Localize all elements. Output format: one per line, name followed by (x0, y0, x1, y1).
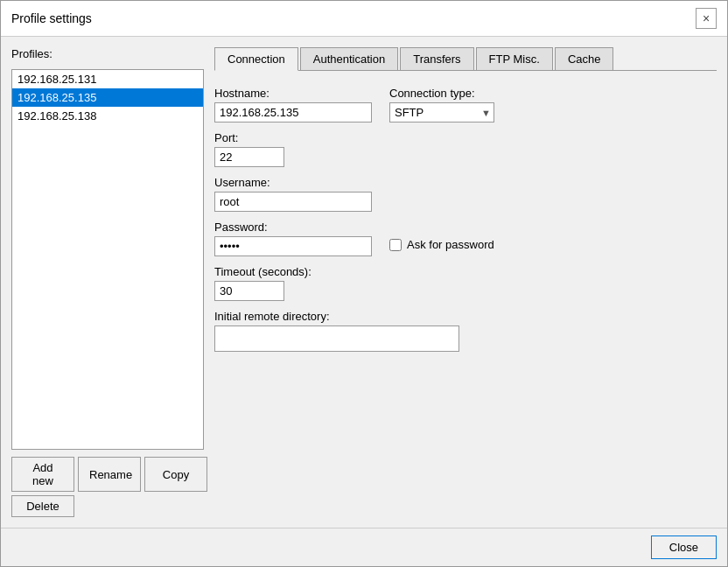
username-row: Username: (214, 176, 717, 212)
port-input[interactable] (214, 147, 284, 167)
tab-connection[interactable]: Connection (214, 47, 298, 71)
ask-password-checkbox[interactable] (389, 239, 402, 251)
remote-dir-label: Initial remote directory: (214, 310, 459, 323)
timeout-label: Timeout (seconds): (214, 265, 312, 278)
dialog-footer: Close (1, 528, 727, 566)
copy-button[interactable]: Copy (144, 457, 207, 492)
username-group: Username: (214, 176, 372, 212)
delete-button[interactable]: Delete (11, 495, 74, 517)
remote-dir-input[interactable] (214, 326, 459, 352)
hostname-group: Hostname: (214, 87, 372, 122)
title-bar: Profile settings × (1, 1, 727, 37)
window-close-button[interactable]: × (696, 8, 717, 29)
password-group: Password: (214, 220, 372, 256)
buttons-row-2: Delete (11, 495, 204, 517)
add-new-button[interactable]: Add new (11, 457, 74, 492)
connection-tab-content: Hostname: Connection type: SFTP FTP FTPS… (214, 80, 717, 517)
port-label: Port: (214, 131, 284, 144)
tab-ftp-misc[interactable]: FTP Misc. (476, 47, 553, 70)
port-group: Port: (214, 131, 284, 167)
password-input[interactable] (214, 236, 372, 256)
tab-cache[interactable]: Cache (555, 47, 614, 70)
tab-transfers[interactable]: Transfers (400, 47, 473, 70)
port-row: Port: (214, 131, 717, 167)
ask-password-group: Ask for password (389, 238, 494, 251)
profile-settings-dialog: Profile settings × Profiles: 192.168.25.… (0, 0, 728, 567)
profiles-list[interactable]: 192.168.25.131 192.168.25.135 192.168.25… (11, 69, 204, 450)
right-panel: Connection Authentication Transfers FTP … (214, 47, 717, 517)
list-item[interactable]: 192.168.25.135 (12, 88, 203, 107)
dialog-body: Profiles: 192.168.25.131 192.168.25.135 … (1, 37, 727, 528)
remote-dir-group: Initial remote directory: (214, 310, 459, 352)
timeout-row: Timeout (seconds): (214, 265, 717, 301)
left-panel: Profiles: 192.168.25.131 192.168.25.135 … (11, 47, 204, 517)
tabs-bar: Connection Authentication Transfers FTP … (214, 47, 717, 71)
rename-button[interactable]: Rename (78, 457, 141, 492)
close-dialog-button[interactable]: Close (651, 536, 717, 559)
connection-type-select-wrapper: SFTP FTP FTPS ▼ (389, 102, 494, 122)
password-label: Password: (214, 220, 372, 234)
connection-type-select[interactable]: SFTP FTP FTPS (389, 102, 494, 122)
list-item[interactable]: 192.168.25.131 (12, 70, 203, 88)
tab-authentication[interactable]: Authentication (300, 47, 398, 70)
dialog-title: Profile settings (11, 11, 92, 25)
username-label: Username: (214, 176, 372, 189)
timeout-group: Timeout (seconds): (214, 265, 312, 301)
buttons-row-1: Add new Rename Copy (11, 457, 204, 492)
hostname-row: Hostname: Connection type: SFTP FTP FTPS… (214, 87, 717, 122)
hostname-label: Hostname: (214, 87, 372, 100)
timeout-input[interactable] (214, 281, 284, 301)
ask-password-label: Ask for password (407, 238, 494, 251)
profiles-label: Profiles: (11, 47, 204, 60)
connection-type-label: Connection type: (389, 87, 494, 100)
username-input[interactable] (214, 192, 372, 212)
profile-action-buttons: Add new Rename Copy Delete (11, 457, 204, 517)
hostname-input[interactable] (214, 102, 372, 122)
connection-type-group: Connection type: SFTP FTP FTPS ▼ (389, 87, 494, 122)
password-row: Password: Ask for password (214, 220, 717, 256)
list-item[interactable]: 192.168.25.138 (12, 107, 203, 125)
remote-dir-row: Initial remote directory: (214, 310, 717, 352)
